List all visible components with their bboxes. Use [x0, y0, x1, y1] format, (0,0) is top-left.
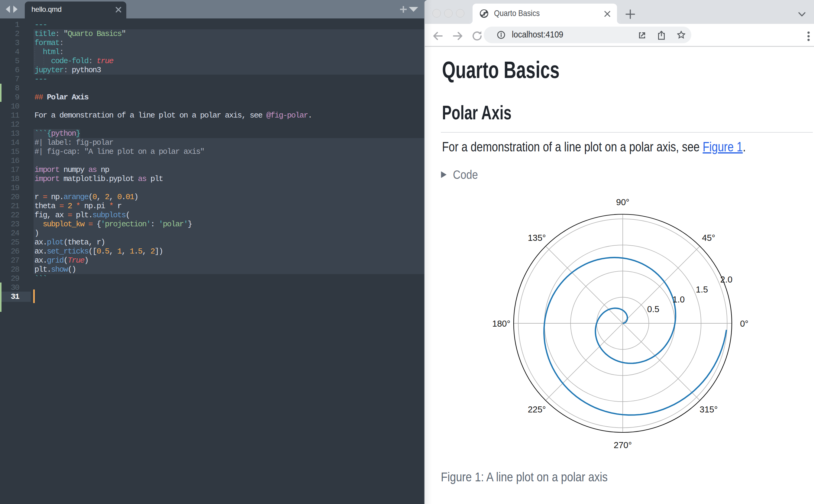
svg-text:2.0: 2.0: [720, 275, 732, 284]
svg-text:45°: 45°: [702, 233, 715, 243]
svg-text:180°: 180°: [492, 319, 510, 328]
svg-text:135°: 135°: [528, 233, 546, 243]
svg-text:90°: 90°: [616, 197, 629, 207]
svg-text:1.5: 1.5: [696, 285, 708, 294]
svg-text:270°: 270°: [614, 440, 632, 450]
svg-text:315°: 315°: [699, 405, 718, 414]
svg-text:0°: 0°: [740, 319, 748, 328]
svg-text:225°: 225°: [528, 405, 546, 414]
svg-text:0.5: 0.5: [647, 304, 659, 314]
svg-text:1.0: 1.0: [673, 295, 685, 304]
